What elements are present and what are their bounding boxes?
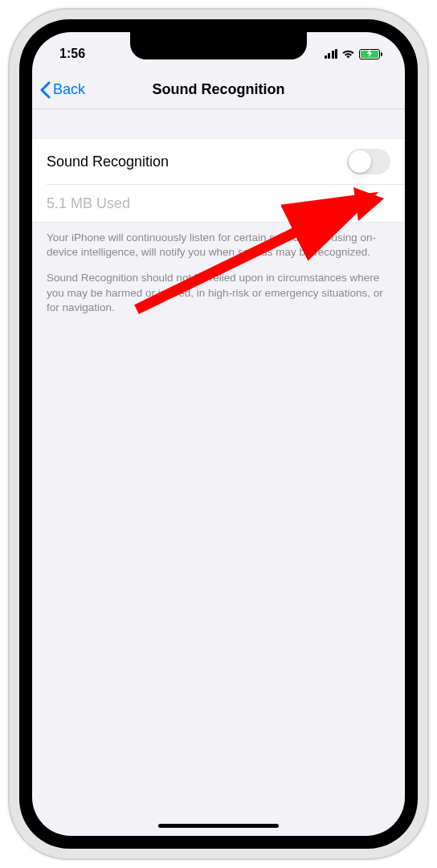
toggle-knob: [349, 150, 371, 173]
battery-icon: [359, 49, 382, 59]
toggle-label: Sound Recognition: [47, 154, 169, 170]
device-bezel: 1:56: [19, 19, 418, 849]
storage-used-label: 5.1 MB Used: [47, 195, 130, 212]
footer-description: Your iPhone will continuously listen for…: [32, 223, 405, 323]
back-button[interactable]: Back: [40, 81, 85, 99]
content-area: Sound Recognition 5.1 MB Used Your iPhon…: [32, 109, 405, 323]
wifi-icon: [341, 49, 355, 59]
chevron-left-icon: [40, 81, 51, 99]
storage-row: 5.1 MB Used: [32, 185, 405, 222]
page-title: Sound Recognition: [153, 81, 285, 98]
back-label: Back: [53, 81, 85, 98]
charging-bolt-icon: [367, 49, 373, 59]
sound-recognition-row: Sound Recognition: [32, 139, 405, 184]
screen: 1:56: [32, 32, 405, 836]
settings-group: Sound Recognition 5.1 MB Used: [32, 138, 405, 223]
cellular-signal-icon: [325, 49, 338, 59]
footer-paragraph-1: Your iPhone will continuously listen for…: [47, 231, 390, 260]
sound-recognition-toggle[interactable]: [347, 149, 390, 174]
status-time: 1:56: [59, 42, 85, 61]
notch: [130, 32, 307, 59]
navigation-bar: Back Sound Recognition: [32, 71, 405, 109]
device-frame: 1:56: [10, 10, 427, 858]
status-right: [325, 44, 383, 59]
footer-paragraph-2: Sound Recognition should not be relied u…: [47, 271, 390, 315]
home-indicator[interactable]: [158, 824, 279, 828]
